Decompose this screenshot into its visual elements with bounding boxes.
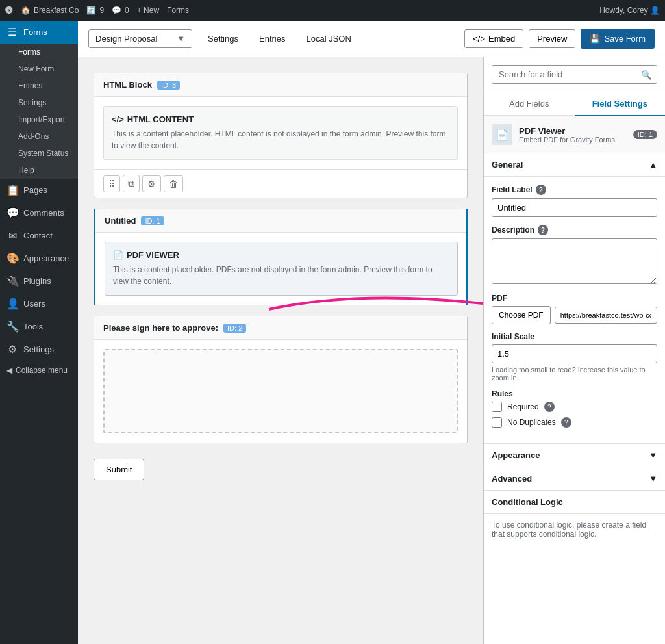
sidebar-item-tools[interactable]: 🔧 Tools: [0, 315, 78, 338]
new-link[interactable]: + New: [137, 6, 159, 15]
html-block[interactable]: HTML Block ID: 3 </> HTML CONTENT This i…: [94, 73, 468, 198]
required-checkbox[interactable]: [492, 402, 502, 412]
sidebar-item-settings[interactable]: Settings: [0, 94, 78, 111]
search-button[interactable]: 🔍: [641, 70, 652, 79]
required-help-icon[interactable]: ?: [544, 402, 555, 412]
updates-link[interactable]: 🔄 9: [86, 6, 104, 15]
nav-item-entries[interactable]: Entries: [249, 29, 295, 49]
field-info-icon: 📄: [492, 124, 512, 145]
pdf-block-id-badge: ID: 1: [141, 216, 164, 225]
pdf-row: Choose PDF: [492, 306, 657, 324]
sidebar-item-forms[interactable]: ☰ Forms: [0, 21, 78, 44]
field-info-name: PDF Viewer: [519, 126, 615, 136]
preview-button[interactable]: Preview: [529, 29, 575, 48]
embed-button[interactable]: </> Embed: [464, 29, 523, 48]
sidebar-item-entries[interactable]: Entries: [0, 77, 78, 94]
sidebar-item-add-ons[interactable]: Add-Ons: [0, 128, 78, 145]
no-duplicates-label: No Duplicates: [507, 418, 556, 427]
html-block-actions: ⠿ ⧉ ⚙ 🗑: [94, 169, 467, 198]
form-selector[interactable]: Design Proposal ▼: [88, 29, 192, 48]
choose-pdf-button[interactable]: Choose PDF: [492, 306, 551, 324]
signature-block-content: [94, 340, 467, 443]
embed-icon: </>: [473, 34, 485, 44]
no-duplicates-checkbox[interactable]: [492, 417, 502, 428]
field-label-group: Field Label ?: [492, 185, 657, 217]
save-form-button[interactable]: 💾 Save Form: [581, 29, 655, 49]
sidebar-item-help[interactable]: Help: [0, 162, 78, 179]
user-avatar-icon: 👤: [650, 6, 660, 15]
nav-item-settings[interactable]: Settings: [197, 29, 249, 49]
signature-block[interactable]: Please sign here to approve: ID: 2: [94, 316, 468, 443]
html-content-text: This is a content placeholder. HTML cont…: [112, 128, 449, 151]
sidebar-item-users[interactable]: 👤 Users: [0, 292, 78, 315]
description-textarea[interactable]: [492, 238, 657, 284]
users-icon: 👤: [6, 298, 18, 310]
tab-add-fields[interactable]: Add Fields: [484, 92, 575, 116]
field-label-input[interactable]: [492, 198, 657, 217]
comments-menu-icon: 💬: [6, 207, 18, 219]
forms-submenu: Forms New Form Entries Settings Import/E…: [0, 44, 78, 179]
sidebar: ☰ Forms Forms New Form Entries Settings …: [0, 21, 78, 644]
wp-logo[interactable]: 🅦: [5, 6, 13, 15]
signature-area[interactable]: [103, 349, 458, 433]
sidebar-item-comments[interactable]: 💬 Comments: [0, 201, 78, 224]
right-panel: 🔍 Add Fields Field Settings 📄 PDF Viewer: [483, 57, 665, 644]
site-name[interactable]: 🏠 Breakfast Co: [21, 6, 79, 15]
pdf-content-text: This is a content placeholder. PDFs are …: [113, 264, 449, 287]
rules-group: Rules Required ? No Duplicates ?: [492, 389, 657, 428]
sidebar-item-forms-root[interactable]: Forms: [0, 44, 78, 60]
sidebar-item-contact[interactable]: ✉ Contact: [0, 224, 78, 247]
advanced-section-header[interactable]: Advanced ▼: [484, 467, 665, 491]
html-content-box: </> HTML CONTENT This is a content place…: [103, 106, 458, 160]
plugins-icon: 🔌: [6, 275, 18, 287]
pdf-content-box: 📄 PDF VIEWER This is a content placehold…: [105, 242, 458, 296]
no-duplicates-help-icon[interactable]: ?: [561, 417, 571, 428]
editor-area: HTML Block ID: 3 </> HTML CONTENT This i…: [78, 57, 665, 644]
advanced-section: Advanced ▼: [484, 467, 665, 491]
settings-icon: ⚙: [6, 343, 18, 355]
sidebar-item-plugins[interactable]: 🔌 Plugins: [0, 270, 78, 292]
forms-link[interactable]: Forms: [167, 6, 189, 15]
sidebar-item-appearance[interactable]: 🎨 Appearance: [0, 247, 78, 270]
pdf-url-input[interactable]: [555, 307, 657, 324]
conditional-logic-header[interactable]: Conditional Logic: [484, 491, 665, 514]
html-block-id-badge: ID: 3: [157, 81, 180, 90]
search-box: 🔍: [484, 57, 665, 92]
collapse-menu-button[interactable]: ◀ Collapse menu: [0, 361, 78, 380]
search-input[interactable]: [492, 65, 657, 84]
general-section-content: Field Label ? Description ?: [484, 177, 665, 444]
appearance-section-header[interactable]: Appearance ▼: [484, 444, 665, 467]
html-icon: </>: [112, 114, 124, 124]
duplicate-button[interactable]: ⧉: [123, 175, 140, 192]
tab-field-settings[interactable]: Field Settings: [575, 92, 666, 116]
sidebar-item-settings-menu[interactable]: ⚙ Settings: [0, 338, 78, 361]
field-label-label: Field Label ?: [492, 185, 657, 195]
field-info-details: PDF Viewer Embed PDF for Gravity Forms: [519, 126, 615, 144]
initial-scale-input[interactable]: [492, 344, 657, 363]
required-label: Required: [507, 402, 539, 411]
description-help-icon[interactable]: ?: [538, 225, 548, 235]
pdf-viewer-block-header: Untitled ID: 1: [95, 209, 467, 233]
pdf-viewer-block[interactable]: Untitled ID: 1 📄 PDF VIEWER This is a co…: [94, 209, 468, 305]
description-group: Description ?: [492, 225, 657, 286]
submit-button[interactable]: Submit: [94, 459, 144, 480]
comments-link[interactable]: 💬 0: [112, 6, 129, 15]
sidebar-item-system-status[interactable]: System Status: [0, 145, 78, 162]
sidebar-item-import-export[interactable]: Import/Export: [0, 111, 78, 128]
pdf-icon: 📄: [113, 250, 123, 260]
required-rule: Required ?: [492, 402, 657, 412]
field-label-help-icon[interactable]: ?: [536, 185, 546, 195]
html-block-header: HTML Block ID: 3: [94, 73, 467, 97]
chevron-down-icon: ▼: [649, 450, 657, 460]
move-button[interactable]: ⠿: [103, 175, 120, 192]
panel-tabs: Add Fields Field Settings: [484, 92, 665, 116]
sidebar-item-new-form[interactable]: New Form: [0, 60, 78, 77]
contact-icon: ✉: [6, 229, 18, 242]
delete-button[interactable]: 🗑: [164, 175, 183, 192]
appearance-icon: 🎨: [6, 252, 18, 264]
nav-item-local-json[interactable]: Local JSON: [295, 29, 361, 49]
selection-indicator: [466, 209, 468, 305]
sidebar-item-pages[interactable]: 📋 Pages: [0, 179, 78, 201]
field-settings-button[interactable]: ⚙: [142, 175, 161, 192]
general-section-header[interactable]: General ▲: [484, 153, 665, 177]
